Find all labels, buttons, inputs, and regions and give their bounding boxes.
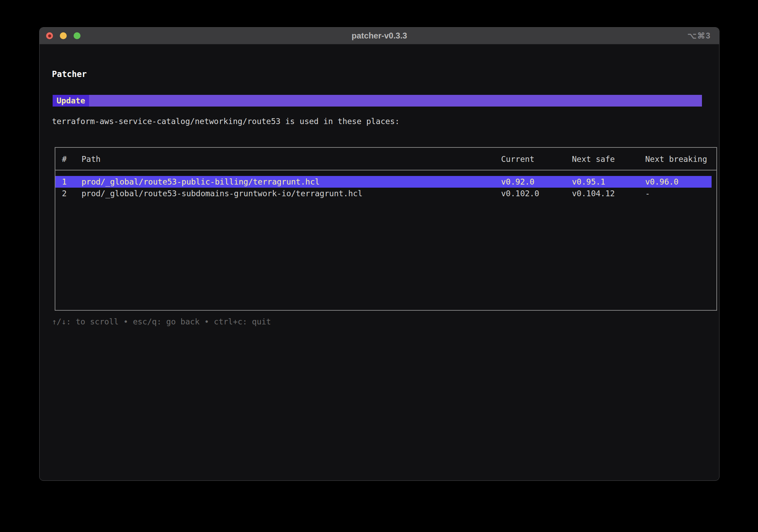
header-next-breaking: Next breaking [645, 153, 712, 165]
table-header: # Path Current Next safe Next breaking [55, 148, 716, 170]
row-current-version: v0.92.0 [501, 176, 572, 188]
close-modified-dot-icon [48, 34, 51, 37]
row-current-version: v0.102.0 [501, 188, 572, 199]
header-current: Current [501, 153, 572, 165]
page-title: Patcher [52, 69, 87, 79]
terminal-window: patcher-v0.3.3 ⌥⌘3 Patcher Update terraf… [39, 27, 719, 481]
zoom-button[interactable] [74, 32, 80, 39]
tab-update[interactable]: Update [53, 95, 89, 107]
module-usage-text: terraform-aws-service-catalog/networking… [52, 117, 400, 126]
usage-table: # Path Current Next safe Next breaking 1… [55, 147, 717, 311]
row-num: 1 [55, 176, 82, 188]
header-path: Path [82, 153, 501, 165]
row-next-breaking-version: - [645, 188, 712, 199]
keybinding-help-text: ↑/↓: to scroll • esc/q: go back • ctrl+c… [52, 317, 271, 326]
table-row[interactable]: 2 prod/_global/route53-subdomains-gruntw… [55, 188, 712, 199]
row-path: prod/_global/route53-subdomains-gruntwor… [82, 188, 501, 199]
table-body: 1 prod/_global/route53-public-billing/te… [55, 170, 716, 199]
minimize-button[interactable] [60, 32, 67, 39]
row-next-safe-version: v0.104.12 [572, 188, 645, 199]
window-title: patcher-v0.3.3 [40, 31, 719, 41]
row-path: prod/_global/route53-public-billing/terr… [82, 176, 501, 188]
titlebar: patcher-v0.3.3 ⌥⌘3 [40, 27, 719, 44]
row-num: 2 [55, 188, 82, 199]
row-next-safe-version: v0.95.1 [572, 176, 645, 188]
row-next-breaking-version: v0.96.0 [645, 176, 712, 188]
tab-bar: Update [53, 95, 702, 107]
header-next-safe: Next safe [572, 153, 645, 165]
table-row[interactable]: 1 prod/_global/route53-public-billing/te… [55, 176, 712, 188]
traffic-lights [46, 32, 80, 39]
tab-shortcut-badge: ⌥⌘3 [687, 31, 711, 41]
close-button[interactable] [46, 32, 53, 39]
header-num: # [55, 153, 82, 165]
